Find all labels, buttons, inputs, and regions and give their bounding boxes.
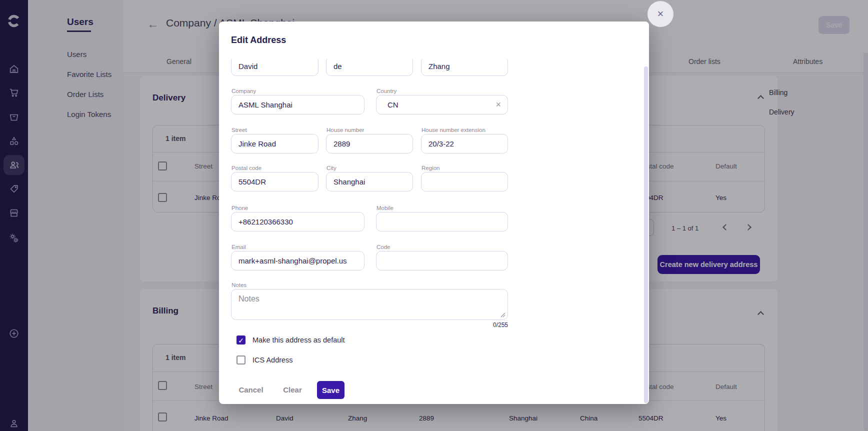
- company-input[interactable]: [231, 95, 364, 114]
- mobile-input[interactable]: [376, 212, 508, 232]
- phone-input[interactable]: [231, 212, 364, 232]
- last-name-input[interactable]: [421, 59, 508, 76]
- name-row-clip: [219, 59, 524, 76]
- company-label: Company: [232, 88, 256, 94]
- postal-code-label: Postal code: [232, 165, 262, 171]
- postal-code-input[interactable]: [231, 172, 318, 192]
- screen: Users Users Favorite Lists Order Lists L…: [0, 0, 868, 431]
- email-input[interactable]: [231, 251, 364, 270]
- modal-title: Edit Address: [231, 35, 286, 46]
- street-label: Street: [232, 127, 247, 133]
- house-number-extension-input[interactable]: [421, 134, 508, 154]
- country-clear-icon[interactable]: ×: [496, 100, 501, 110]
- code-input[interactable]: [376, 251, 508, 270]
- default-address-checkbox-label: Make this address as default: [252, 336, 345, 344]
- country-input[interactable]: [376, 95, 508, 114]
- modal-save-button[interactable]: Save: [317, 381, 344, 399]
- cancel-button[interactable]: Cancel: [233, 381, 269, 399]
- email-label: Email: [232, 244, 246, 250]
- default-address-checkbox[interactable]: ✓: [236, 336, 246, 344]
- middle-name-input[interactable]: [326, 59, 413, 76]
- close-modal-button[interactable]: ×: [648, 1, 674, 27]
- city-input[interactable]: [326, 172, 413, 192]
- house-number-label: House number: [326, 127, 364, 133]
- ics-address-checkbox-label: ICS Address: [252, 356, 293, 364]
- street-input[interactable]: [231, 134, 318, 154]
- edit-address-modal: Edit Address Company Country × Street Ho…: [219, 22, 649, 404]
- house-number-extension-label: House number extension: [422, 127, 486, 133]
- code-label: Code: [376, 244, 390, 250]
- modal-scrollbar[interactable]: [644, 66, 648, 403]
- notes-label: Notes: [232, 282, 246, 288]
- region-label: Region: [422, 165, 440, 171]
- mobile-label: Mobile: [376, 205, 394, 211]
- notes-char-counter: 0/255: [419, 322, 508, 328]
- region-input[interactable]: [421, 172, 508, 192]
- clear-button[interactable]: Clear: [274, 381, 310, 399]
- phone-label: Phone: [232, 205, 248, 211]
- notes-textarea[interactable]: [231, 289, 508, 320]
- house-number-input[interactable]: [326, 134, 413, 154]
- ics-address-checkbox[interactable]: [236, 356, 246, 364]
- city-label: City: [326, 165, 336, 171]
- country-label: Country: [376, 88, 396, 94]
- first-name-input[interactable]: [231, 59, 318, 76]
